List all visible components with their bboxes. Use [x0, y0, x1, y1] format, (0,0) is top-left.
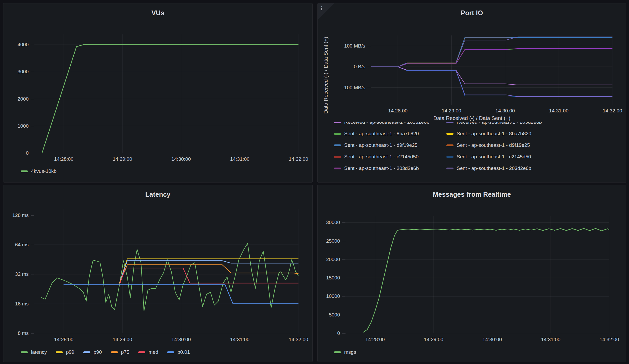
series-line-msgs [363, 228, 609, 332]
legend-item[interactable]: Sent - ap-southeast-1 - d9f19e25 [334, 142, 417, 148]
y-tick-mark [31, 99, 34, 99]
x-tick-label: 14:31:00 [541, 337, 560, 342]
legend-label: med [148, 349, 158, 355]
panel-vus: VUs 4kvus-10kb 0100020003000400014:28:00… [3, 3, 313, 183]
legend-item[interactable]: msgs [334, 349, 356, 355]
legend-item[interactable]: Sent - ap-southeast-1 - 8ba7b820 [334, 131, 419, 137]
legend-item[interactable]: p99 [56, 349, 74, 355]
y-tick-mark [342, 222, 346, 223]
x-tick-label: 14:30:00 [482, 337, 502, 342]
series-line-sent-ap-southeast-1-d9f19e25- [371, 38, 612, 67]
legend-item[interactable]: Sent - ap-southeast-1 - 8ba7b820 [446, 131, 531, 137]
series-line-sent-ap-southeast-1-203d2e6b- [371, 67, 612, 97]
legend-label: latency [31, 349, 47, 355]
y-tick-label: 30000 [318, 220, 340, 225]
panel-title-port-io[interactable]: Port IO [318, 9, 626, 17]
y-tick-label: 4000 [3, 42, 29, 48]
y-tick-label: 1000 [3, 123, 29, 129]
panel-port-io: i Port IO Data Received (-) / Data Sent … [317, 3, 626, 183]
series-line-latency [41, 243, 298, 311]
y-tick-label: 3000 [3, 69, 29, 75]
legend-swatch [83, 351, 90, 353]
y-tick-mark [342, 333, 346, 334]
x-tick-label: 14:29:00 [113, 156, 132, 162]
y-tick-label: 0 [3, 150, 29, 156]
legend-item[interactable]: p0.01 [167, 349, 190, 355]
vus-chart-plot[interactable] [34, 34, 298, 153]
legend-item[interactable]: Sent - ap-southeast-1 - 203d2e6b [446, 165, 531, 171]
latency-chart-plot[interactable] [34, 209, 298, 333]
x-tick-label: 14:30:00 [171, 156, 191, 162]
x-tick-label: 14:32:00 [289, 337, 308, 342]
legend-item[interactable]: Received - ap-southeast-1 - 203d2e6b [446, 122, 542, 125]
legend-item[interactable]: med [138, 349, 158, 355]
y-tick-mark [31, 72, 34, 72]
y-tick-label: 10000 [318, 293, 340, 299]
series-line-sent-ap-southeast-1-d9f19e25- [371, 37, 612, 67]
legend-swatch [446, 168, 453, 169]
legend-swatch [334, 156, 341, 158]
panel-title-vus[interactable]: VUs [3, 9, 312, 17]
panel-info-corner-icon[interactable]: i [318, 3, 334, 20]
legend-item[interactable]: Sent - ap-southeast-1 - c2145d50 [334, 154, 419, 160]
x-tick-label: 14:31:00 [549, 108, 569, 114]
legend-item[interactable]: Sent - ap-southeast-1 - 203d2e6b [334, 165, 419, 171]
messages-chart-plot[interactable] [346, 216, 609, 333]
legend-item[interactable]: 4kvus-10kb [21, 168, 56, 174]
legend-item[interactable]: p75 [111, 349, 130, 355]
legend-swatch [21, 351, 28, 353]
x-tick-label: 14:32:00 [603, 108, 622, 114]
y-tick-mark [367, 46, 371, 46]
vus-chart-svg [34, 34, 298, 153]
port-io-legend[interactable]: Received - ap-southeast-1 - 203d2e6bSent… [318, 122, 624, 178]
y-tick-mark [31, 245, 34, 245]
x-tick-label: 14:29:00 [442, 108, 461, 114]
y-tick-label: 16 ms [3, 301, 29, 307]
y-tick-label: 5000 [318, 312, 340, 318]
messages-chart-svg [346, 216, 609, 333]
panel-title-latency[interactable]: Latency [3, 191, 312, 198]
x-tick-label: 14:28:00 [54, 337, 74, 342]
legend-swatch [334, 351, 341, 353]
series-line-received-ap-southeast-1-203d2e6b- [371, 37, 612, 67]
legend-swatch [334, 144, 341, 146]
legend-item[interactable]: latency [21, 349, 47, 355]
legend-item[interactable]: Sent - ap-southeast-1 - d9f19e25 [446, 142, 530, 148]
series-line-p75 [120, 265, 298, 283]
legend-label: Sent - ap-southeast-1 - 203d2e6b [344, 165, 419, 171]
y-tick-label: 128 ms [3, 212, 29, 218]
legend-label: Sent - ap-southeast-1 - c2145d50 [344, 154, 419, 160]
y-tick-mark [31, 304, 34, 304]
x-axis-label: Data Received (-) / Data Sent (+) [318, 115, 626, 121]
legend-label: p75 [121, 349, 130, 355]
series-line-received-ap-southeast-1-203d2e6b- [371, 67, 612, 85]
port-io-chart-plot[interactable] [371, 35, 612, 105]
legend-swatch [167, 351, 174, 353]
y-tick-mark [31, 153, 34, 153]
panel-title-messages[interactable]: Messages from Realtime [318, 191, 626, 198]
port_io-chart-svg [371, 35, 612, 105]
legend-swatch [56, 351, 63, 353]
y-tick-mark [342, 241, 346, 241]
info-icon: i [321, 5, 322, 12]
legend-label: Sent - ap-southeast-1 - d9f19e25 [344, 142, 417, 148]
legend-label: Received - ap-southeast-1 - 203d2e6b [457, 122, 542, 125]
x-tick-label: 14:28:00 [54, 156, 74, 162]
series-line-sent-ap-southeast-1-c2145d50- [371, 67, 612, 96]
series-line-4kvus-10kb [42, 45, 298, 152]
legend-swatch [334, 168, 341, 169]
series-line-p99 [120, 259, 298, 283]
legend-swatch [21, 170, 28, 172]
y-tick-mark [342, 259, 346, 260]
latency-legend: latencyp99p90p75medp0.01 [21, 349, 190, 355]
legend-item[interactable]: Sent - ap-southeast-1 - c2145d50 [446, 154, 531, 160]
legend-label: 4kvus-10kb [31, 168, 56, 174]
legend-swatch [138, 351, 145, 353]
legend-item[interactable]: Received - ap-southeast-1 - 203d2e6b [334, 122, 429, 125]
y-tick-mark [342, 278, 346, 278]
x-tick-label: 14:29:00 [113, 337, 132, 342]
legend-label: Sent - ap-southeast-1 - c2145d50 [457, 154, 531, 160]
y-tick-mark [31, 45, 34, 45]
y-tick-label: 25000 [318, 238, 340, 244]
legend-item[interactable]: p90 [83, 349, 102, 355]
